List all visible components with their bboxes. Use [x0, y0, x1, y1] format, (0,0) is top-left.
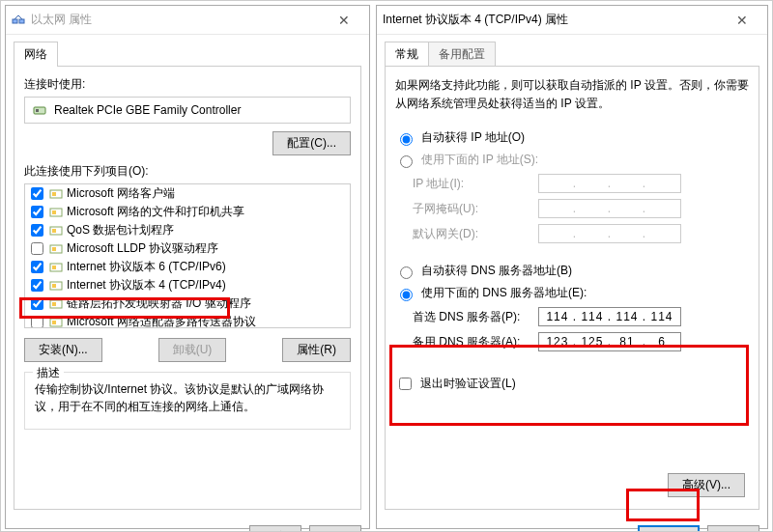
protocol-icon	[49, 262, 63, 273]
svg-rect-21	[52, 321, 56, 324]
description-text: 传输控制协议/Internet 协议。该协议是默认的广域网络协议，用于在不同的相…	[35, 380, 340, 415]
list-item[interactable]: Internet 协议版本 4 (TCP/IPv4)	[25, 276, 350, 294]
item-checkbox[interactable]	[31, 316, 43, 328]
radio-auto-ip-input[interactable]	[400, 133, 413, 146]
close-icon[interactable]: ✕	[325, 13, 363, 28]
item-checkbox[interactable]	[31, 279, 43, 292]
svg-rect-5	[36, 109, 39, 112]
svg-rect-0	[13, 19, 17, 23]
ip-address-row: IP 地址(I): ...	[395, 171, 749, 196]
item-checkbox[interactable]	[31, 261, 43, 273]
connect-using-label: 连接时使用:	[24, 76, 351, 93]
protocol-icon	[49, 225, 63, 237]
ethernet-bottom-buttons: 确定 取消	[6, 518, 369, 532]
svg-rect-13	[52, 247, 56, 251]
ipv4-ok-button[interactable]: 确定	[638, 525, 700, 532]
gateway-input: ...	[538, 224, 681, 243]
ipv4-intro: 如果网络支持此功能，则可以获取自动指派的 IP 设置。否则，你需要从网络系统管理…	[395, 76, 749, 113]
ipv4-properties-window: Internet 协议版本 4 (TCP/IPv4) 属性 ✕ 常规 备用配置 …	[376, 5, 768, 529]
svg-rect-17	[52, 284, 56, 288]
ipv4-title: Internet 协议版本 4 (TCP/IPv4) 属性	[383, 12, 568, 28]
list-item[interactable]: QoS 数据包计划程序	[25, 221, 350, 239]
item-label: Microsoft 网络的文件和打印机共享	[67, 204, 244, 220]
uses-following-label: 此连接使用下列项目(O):	[24, 163, 351, 180]
alternate-dns-input[interactable]: 123. 125. 81. 6	[538, 332, 681, 351]
radio-auto-ip[interactable]: 自动获得 IP 地址(O)	[395, 126, 749, 149]
item-checkbox[interactable]	[31, 242, 43, 255]
radio-manual-dns-input[interactable]	[400, 289, 413, 301]
item-label: Internet 协议版本 4 (TCP/IPv4)	[67, 277, 226, 294]
tab-general[interactable]: 常规	[385, 42, 429, 67]
ip-address-input: ...	[538, 174, 681, 193]
item-label: QoS 数据包计划程序	[67, 222, 174, 238]
gateway-row: 默认网关(D): ...	[395, 221, 749, 246]
ethernet-titlebar: 以太网 属性 ✕	[6, 6, 369, 35]
svg-rect-7	[52, 192, 56, 196]
adapter-icon	[33, 103, 46, 117]
install-button[interactable]: 安装(N)...	[24, 338, 102, 362]
item-label: Microsoft LLDP 协议驱动程序	[67, 240, 218, 257]
list-item[interactable]: Microsoft 网络客户端	[25, 184, 350, 203]
ip-address-label: IP 地址(I):	[413, 176, 538, 192]
svg-rect-1	[19, 19, 24, 23]
item-checkbox[interactable]	[31, 297, 43, 310]
validate-checkbox[interactable]	[399, 378, 412, 390]
ethernet-cancel-button[interactable]: 取消	[309, 525, 361, 532]
protocol-icon	[49, 243, 63, 255]
advanced-button[interactable]: 高级(V)...	[668, 473, 745, 497]
item-label: Microsoft 网络适配器多路传送器协议	[67, 314, 256, 328]
description-heading: 描述	[33, 365, 64, 381]
item-checkbox[interactable]	[31, 224, 43, 237]
description-box: 描述 传输控制协议/Internet 协议。该协议是默认的广域网络协议，用于在不…	[24, 372, 351, 430]
ipv4-cancel-button[interactable]: 取消	[707, 525, 759, 532]
item-label: 链路层拓扑发现映射器 I/O 驱动程序	[67, 295, 251, 312]
list-item[interactable]: Microsoft LLDP 协议驱动程序	[25, 239, 350, 258]
configure-button[interactable]: 配置(C)...	[272, 131, 351, 155]
uninstall-button: 卸载(U)	[158, 338, 227, 362]
svg-line-3	[18, 15, 22, 19]
tab-network[interactable]: 网络	[14, 42, 58, 67]
tab-alt-config[interactable]: 备用配置	[428, 42, 496, 67]
item-checkbox[interactable]	[31, 206, 43, 218]
radio-manual-ip-label: 使用下面的 IP 地址(S):	[421, 152, 538, 168]
list-item[interactable]: Internet 协议版本 6 (TCP/IPv6)	[25, 258, 350, 276]
svg-rect-9	[52, 210, 56, 214]
ethernet-tabs: 网络	[6, 41, 369, 66]
ipv4-titlebar: Internet 协议版本 4 (TCP/IPv4) 属性 ✕	[377, 6, 767, 35]
ethernet-properties-window: 以太网 属性 ✕ 网络 连接时使用: Realtek PCIe GBE Fami…	[5, 5, 370, 529]
radio-manual-ip-input[interactable]	[400, 155, 413, 168]
ipv4-bottom-buttons: 确定 取消	[377, 518, 767, 532]
protocol-icon	[49, 188, 63, 200]
alternate-dns-row: 备用 DNS 服务器(A): 123. 125. 81. 6	[395, 329, 749, 354]
close-icon[interactable]: ✕	[723, 13, 761, 28]
ethernet-ok-button[interactable]: 确定	[249, 525, 301, 532]
properties-button[interactable]: 属性(R)	[282, 338, 351, 362]
validate-on-exit[interactable]: 退出时验证设置(L)	[395, 372, 749, 396]
radio-manual-dns[interactable]: 使用下面的 DNS 服务器地址(E):	[395, 282, 749, 304]
alternate-dns-label: 备用 DNS 服务器(A):	[413, 334, 538, 350]
list-item[interactable]: 链路层拓扑发现映射器 I/O 驱动程序	[25, 294, 350, 313]
gateway-label: 默认网关(D):	[413, 226, 538, 242]
radio-manual-dns-label: 使用下面的 DNS 服务器地址(E):	[421, 285, 587, 301]
protocol-icon	[49, 280, 63, 292]
radio-manual-ip[interactable]: 使用下面的 IP 地址(S):	[395, 149, 749, 171]
network-icon	[12, 14, 25, 27]
preferred-dns-input[interactable]: 114. 114. 114. 114	[538, 307, 681, 326]
subnet-input: ...	[538, 199, 681, 218]
item-checkbox[interactable]	[31, 187, 43, 200]
protocol-list[interactable]: Microsoft 网络客户端Microsoft 网络的文件和打印机共享QoS …	[24, 183, 351, 328]
preferred-dns-label: 首选 DNS 服务器(P):	[413, 309, 538, 325]
protocol-icon	[49, 317, 63, 328]
list-item[interactable]: Microsoft 网络适配器多路传送器协议	[25, 313, 350, 328]
subnet-label: 子网掩码(U):	[413, 201, 538, 217]
svg-rect-4	[34, 107, 45, 114]
adapter-name: Realtek PCIe GBE Family Controller	[54, 103, 241, 117]
radio-auto-dns-input[interactable]	[400, 266, 413, 279]
subnet-row: 子网掩码(U): ...	[395, 196, 749, 221]
radio-auto-dns[interactable]: 自动获得 DNS 服务器地址(B)	[395, 260, 749, 282]
list-item[interactable]: Microsoft 网络的文件和打印机共享	[25, 203, 350, 221]
adapter-box: Realtek PCIe GBE Family Controller	[24, 97, 351, 124]
ipv4-tabs: 常规 备用配置	[377, 41, 767, 66]
protocol-icon	[49, 298, 63, 310]
ipv4-panel: 如果网络支持此功能，则可以获取自动指派的 IP 设置。否则，你需要从网络系统管理…	[385, 66, 759, 510]
